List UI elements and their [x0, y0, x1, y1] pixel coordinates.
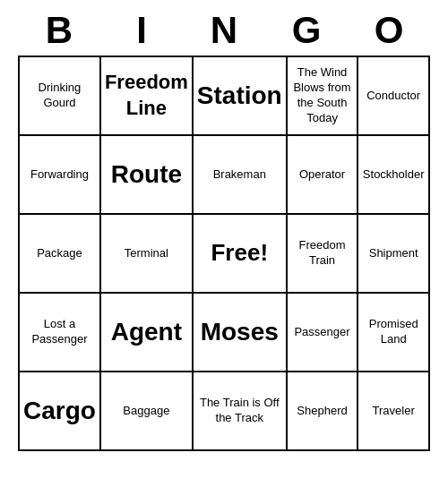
bingo-cell-4: Conductor — [358, 57, 430, 136]
bingo-cell-10: Package — [20, 215, 101, 294]
bingo-cell-23: Shepherd — [288, 372, 359, 451]
bingo-cell-13: Freedom Train — [288, 215, 359, 294]
bingo-cell-17: Moses — [194, 294, 288, 372]
bingo-cell-6: Route — [101, 136, 194, 215]
bingo-cell-11: Terminal — [101, 215, 194, 294]
letter-n: N — [185, 9, 263, 52]
bingo-cell-19: Promised Land — [358, 294, 430, 372]
bingo-cell-15: Lost a Passenger — [20, 294, 101, 372]
letter-i: I — [102, 9, 181, 52]
bingo-cell-18: Passenger — [288, 294, 359, 372]
bingo-cell-1: Freedom Line — [101, 57, 194, 136]
bingo-cell-21: Baggage — [101, 372, 194, 451]
bingo-cell-7: Brakeman — [194, 136, 288, 215]
bingo-cell-0: Drinking Gourd — [20, 57, 101, 136]
bingo-title: B I N G O — [18, 9, 430, 52]
bingo-cell-5: Forwarding — [20, 136, 101, 215]
bingo-cell-9: Stockholder — [358, 136, 430, 215]
bingo-cell-20: Cargo — [20, 372, 101, 451]
bingo-cell-22: The Train is Off the Track — [194, 372, 288, 451]
bingo-cell-16: Agent — [101, 294, 194, 372]
bingo-cell-14: Shipment — [358, 215, 430, 294]
bingo-cell-24: Traveler — [358, 372, 430, 451]
bingo-cell-3: The Wind Blows from the South Today — [288, 57, 359, 136]
bingo-cell-8: Operator — [288, 136, 359, 215]
letter-o: O — [349, 9, 428, 52]
letter-g: G — [267, 9, 346, 52]
letter-b: B — [20, 9, 99, 52]
bingo-cell-2: Station — [194, 57, 288, 136]
bingo-cell-12: Free! — [194, 215, 288, 294]
bingo-grid: Drinking GourdFreedom LineStationThe Win… — [18, 56, 430, 451]
